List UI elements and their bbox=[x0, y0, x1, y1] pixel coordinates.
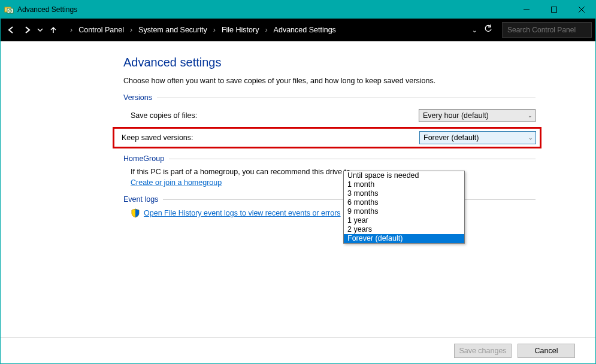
chevron-right-icon: › bbox=[211, 26, 218, 34]
keep-versions-option[interactable]: 6 months bbox=[344, 198, 464, 207]
keep-versions-option[interactable]: 9 months bbox=[344, 207, 464, 216]
chevron-down-icon: ⌄ bbox=[528, 135, 533, 141]
main-panel: Advanced settings Choose how often you w… bbox=[123, 56, 536, 220]
up-button[interactable] bbox=[46, 23, 60, 37]
homegroup-link[interactable]: Create or join a homegroup bbox=[123, 178, 536, 187]
window-buttons bbox=[513, 1, 595, 19]
svg-rect-4 bbox=[552, 7, 557, 13]
section-eventlogs-header: Event logs bbox=[123, 195, 536, 204]
divider bbox=[157, 98, 536, 98]
chevron-right-icon: › bbox=[262, 26, 270, 34]
chevron-down-icon[interactable]: ⌄ bbox=[472, 27, 477, 34]
save-copies-row: Save copies of files: Every hour (defaul… bbox=[123, 107, 536, 125]
keep-versions-option[interactable]: Until space is needed bbox=[344, 171, 464, 180]
keep-versions-option[interactable]: 3 months bbox=[344, 189, 464, 198]
content-area: Advanced settings Choose how often you w… bbox=[1, 41, 595, 337]
chevron-right-icon: › bbox=[128, 26, 135, 34]
save-copies-label: Save copies of files: bbox=[131, 111, 419, 120]
homegroup-text: If this PC is part of a homegroup, you c… bbox=[123, 168, 536, 176]
footer: Save changes Cancel bbox=[1, 337, 595, 363]
divider bbox=[169, 159, 536, 159]
keep-versions-option[interactable]: 2 years bbox=[344, 225, 464, 234]
section-versions-header: Versions bbox=[123, 93, 536, 102]
keep-versions-row: Keep saved versions: Forever (default) ⌄ bbox=[113, 127, 541, 148]
minimize-button[interactable] bbox=[513, 1, 540, 19]
breadcrumb-item[interactable]: Advanced Settings bbox=[271, 25, 338, 35]
window-title: Advanced Settings bbox=[17, 5, 513, 14]
search-input[interactable] bbox=[507, 26, 596, 34]
chevron-down-icon: ⌄ bbox=[528, 113, 533, 119]
section-homegroup-header: HomeGroup bbox=[123, 154, 536, 163]
keep-versions-option[interactable]: Forever (default) bbox=[344, 234, 464, 243]
app-icon bbox=[4, 5, 14, 14]
breadcrumb-item[interactable]: System and Security bbox=[136, 25, 210, 35]
keep-versions-label: Keep saved versions: bbox=[122, 134, 419, 142]
chevron-right-icon[interactable]: › bbox=[68, 26, 75, 34]
keep-versions-option-list: Until space is needed 1 month 3 months 6… bbox=[343, 171, 465, 244]
page-description: Choose how often you want to save copies… bbox=[123, 77, 536, 85]
save-changes-button[interactable]: Save changes bbox=[454, 344, 512, 358]
section-label: Versions bbox=[123, 93, 152, 102]
maximize-button[interactable] bbox=[540, 1, 568, 19]
page-title: Advanced settings bbox=[123, 56, 536, 69]
back-button[interactable] bbox=[4, 23, 19, 37]
cancel-button[interactable]: Cancel bbox=[518, 344, 575, 358]
navbar: › Control Panel › System and Security › … bbox=[1, 19, 595, 41]
breadcrumb-item[interactable]: Control Panel bbox=[76, 25, 126, 35]
dropdown-value: Every hour (default) bbox=[423, 111, 489, 120]
keep-versions-option[interactable]: 1 month bbox=[344, 180, 464, 189]
eventlogs-link-text: Open File History event logs to view rec… bbox=[144, 209, 341, 217]
save-copies-dropdown[interactable]: Every hour (default) ⌄ bbox=[419, 109, 536, 122]
recent-button[interactable] bbox=[35, 23, 45, 37]
keep-versions-option[interactable]: 1 year bbox=[344, 216, 464, 225]
section-label: Event logs bbox=[123, 195, 158, 204]
window: Advanced Settings › Control Panel › Syst… bbox=[0, 0, 596, 364]
close-button[interactable] bbox=[568, 1, 595, 19]
shield-icon bbox=[131, 208, 140, 218]
eventlogs-link[interactable]: Open File History event logs to view rec… bbox=[123, 208, 341, 218]
forward-button[interactable] bbox=[20, 23, 34, 37]
address-right: ⌄ bbox=[472, 25, 492, 35]
section-label: HomeGroup bbox=[123, 154, 164, 163]
search-box[interactable] bbox=[502, 22, 592, 38]
breadcrumb-item[interactable]: File History bbox=[219, 25, 262, 35]
keep-versions-dropdown[interactable]: Forever (default) ⌄ bbox=[419, 131, 536, 144]
titlebar: Advanced Settings bbox=[1, 1, 595, 19]
refresh-icon[interactable] bbox=[484, 25, 492, 35]
breadcrumb: › Control Panel › System and Security › … bbox=[68, 25, 471, 35]
dropdown-value: Forever (default) bbox=[423, 134, 479, 142]
